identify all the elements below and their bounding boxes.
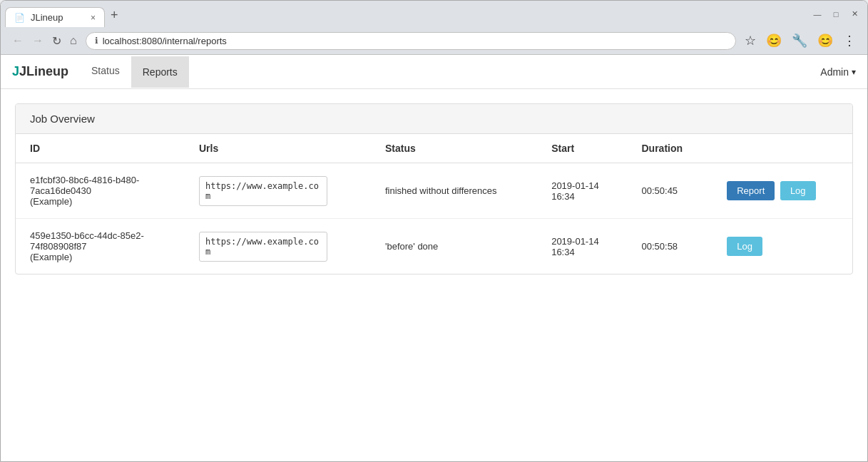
job-start-cell: 2019-01-14 16:34: [537, 163, 627, 219]
col-header-duration: Duration: [628, 134, 710, 163]
minimize-button[interactable]: —: [809, 6, 826, 22]
admin-menu[interactable]: Admin ▾: [820, 66, 856, 78]
new-tab-button[interactable]: +: [105, 5, 124, 26]
job-overview-card: Job Overview ID Urls Status Start Durati…: [15, 103, 853, 274]
reload-button[interactable]: ↻: [49, 33, 64, 49]
jobs-table: ID Urls Status Start Duration e1fcbf30-8…: [16, 134, 852, 274]
job-actions-cell: Report Log: [710, 163, 852, 219]
log-button[interactable]: Log: [727, 237, 762, 256]
brand-logo[interactable]: JJLineup: [12, 56, 80, 88]
home-button[interactable]: ⌂: [67, 33, 80, 48]
lock-icon: ℹ: [95, 36, 98, 46]
back-button[interactable]: ←: [9, 33, 26, 48]
app-navbar: JJLineup Status Reports Admin ▾: [1, 55, 867, 89]
nav-link-reports[interactable]: Reports: [131, 56, 189, 88]
job-id-line2: 7aca16de0430: [30, 185, 91, 196]
bookmark-icon[interactable]: ☆: [742, 31, 759, 50]
tab-icon: 📄: [14, 13, 25, 23]
tab-title: JLineup: [31, 12, 63, 23]
job-duration-cell: 00:50:58: [628, 219, 710, 274]
start-date: 2019-01-14: [551, 236, 599, 247]
url-box: https://www.example.co m: [199, 176, 327, 206]
emoji-icon-2: 😊: [815, 31, 836, 50]
browser-tab[interactable]: 📄 JLineup ×: [5, 7, 105, 27]
job-id-line1: e1fcbf30-8bc6-4816-b480-: [30, 175, 139, 185]
extension-icon[interactable]: 🔧: [789, 31, 810, 50]
col-header-actions: [710, 134, 852, 163]
job-id-line3: (Example): [30, 196, 72, 207]
job-actions-cell: Log: [710, 219, 852, 274]
job-id-line2: 74f808908f87: [30, 241, 87, 252]
start-time: 16:34: [551, 191, 575, 202]
job-id-cell: 459e1350-b6cc-44dc-85e2- 74f808908f87 (E…: [16, 219, 185, 274]
nav-links: Status Reports: [80, 55, 189, 88]
col-header-urls: Urls: [185, 134, 371, 163]
col-header-status: Status: [371, 134, 537, 163]
job-start-cell: 2019-01-14 16:34: [537, 219, 627, 274]
job-id-line3: (Example): [30, 252, 72, 262]
url-display[interactable]: localhost:8080/internal/reports: [103, 36, 227, 46]
menu-icon[interactable]: ⋮: [840, 31, 859, 50]
job-url-cell: https://www.example.co m: [185, 163, 371, 219]
job-id-cell: e1fcbf30-8bc6-4816-b480- 7aca16de0430 (E…: [16, 163, 185, 219]
start-date: 2019-01-14: [551, 180, 599, 191]
col-header-start: Start: [537, 134, 627, 163]
card-title: Job Overview: [16, 104, 852, 134]
col-header-id: ID: [16, 134, 185, 163]
table-row: e1fcbf30-8bc6-4816-b480- 7aca16de0430 (E…: [16, 163, 852, 219]
report-button[interactable]: Report: [727, 181, 775, 200]
admin-label: Admin: [820, 66, 849, 78]
main-content: Job Overview ID Urls Status Start Durati…: [1, 89, 867, 289]
job-status-cell: 'before' done: [371, 219, 537, 274]
maximize-button[interactable]: □: [827, 6, 844, 22]
job-status-cell: finished without differences: [371, 163, 537, 219]
table-row: 459e1350-b6cc-44dc-85e2- 74f808908f87 (E…: [16, 219, 852, 274]
start-time: 16:34: [551, 247, 575, 257]
emoji-icon-1: 😊: [763, 31, 785, 50]
log-button[interactable]: Log: [780, 181, 816, 200]
job-url-cell: https://www.example.co m: [185, 219, 371, 274]
close-tab-button[interactable]: ×: [91, 13, 96, 23]
admin-chevron-icon: ▾: [852, 67, 856, 77]
forward-button[interactable]: →: [29, 33, 46, 48]
job-duration-cell: 00:50:45: [628, 163, 710, 219]
url-box: https://www.example.co m: [199, 232, 327, 262]
nav-link-status[interactable]: Status: [80, 55, 131, 88]
job-id-line1: 459e1350-b6cc-44dc-85e2-: [30, 230, 144, 241]
close-window-button[interactable]: ✕: [846, 6, 863, 22]
